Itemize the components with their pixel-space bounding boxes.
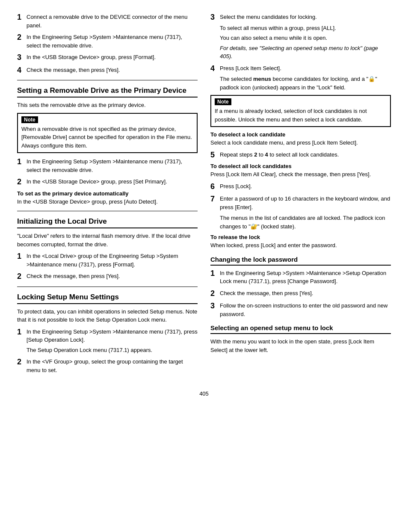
section4-step-text-2: Check the message, then press [Yes].	[220, 289, 391, 298]
step-num-4: 4	[17, 66, 27, 75]
rc-step-num-3: 3	[210, 13, 220, 22]
section2-step-1: 1 In the <Local Drive> group of the Engi…	[17, 252, 198, 269]
section4-step-text-3: Follow the on-screen instructions to ent…	[220, 301, 391, 318]
rc-note-label: Note	[215, 98, 231, 105]
rc-release: To release the lock When locked, press […	[210, 234, 391, 250]
initial-steps: 1 Connect a removable drive to the DEVIC…	[17, 13, 198, 75]
step-block-4: 4 Check the message, then press [Yes].	[17, 66, 198, 75]
section3-hr	[17, 287, 198, 287]
page-container: 1 Connect a removable drive to the DEVIC…	[17, 13, 391, 378]
step-text-2: In the Engineering Setup >System >Mainte…	[27, 33, 198, 50]
rc-step-text-6: Press [Lock].	[220, 182, 391, 191]
section3-step-text-2: In the <VF Group> group, select the grou…	[27, 358, 198, 374]
section2-hr	[17, 211, 198, 211]
step-block-2: 2 In the Engineering Setup >System >Main…	[17, 33, 198, 50]
rc-step-num-7: 7	[210, 195, 220, 204]
section3-step-text-1: In the Engineering Setup >System >Mainte…	[27, 328, 198, 343]
section4-step-num-2: 2	[210, 289, 220, 299]
rc-step-num-5: 5	[210, 151, 220, 160]
section1-desc: This sets the removable drive as the pri…	[17, 101, 198, 109]
rc-step-num-4: 4	[210, 64, 220, 74]
rc-step4-extra: The selected menus become candidates for…	[220, 75, 391, 92]
step-text-3: In the <USB Storage Device> group, press…	[27, 53, 198, 62]
section3-step-1-content: In the Engineering Setup >System >Mainte…	[27, 328, 198, 355]
section3-step-num-2: 2	[17, 358, 27, 367]
section1-step-2: 2 In the <USB Storage Device> group, pre…	[17, 177, 198, 187]
section5-desc: With the menu you want to lock in the op…	[210, 337, 391, 354]
section3-title: Locking Setup Menu Settings	[17, 293, 198, 304]
rc-step3-extra2: You can also select a menu while it is o…	[220, 34, 391, 42]
rc-step-6: 6 Press [Lock].	[210, 182, 391, 192]
page-number: 405	[17, 390, 391, 397]
section3-desc: To protect data, you can inhibit operati…	[17, 307, 198, 324]
step-num-1: 1	[17, 13, 27, 22]
section1-step-text-1: In the Engineering Setup >System >Mainte…	[27, 157, 198, 174]
rc-step-5: 5 Repeat steps 2 to 4 to select all lock…	[210, 151, 391, 160]
step-text-1: Connect a removable drive to the DEVICE …	[27, 13, 198, 30]
rc-step-7-content: Enter a password of up to 16 characters …	[220, 195, 391, 231]
section1-note-label: Note	[21, 116, 38, 123]
rc-step-text-7: Enter a password of up to 16 characters …	[220, 195, 391, 211]
section2-step-num-1: 1	[17, 252, 27, 261]
step-text-4: Check the message, then press [Yes].	[27, 66, 198, 74]
section2-desc: "Local Drive" refers to the internal fla…	[17, 232, 198, 248]
section2-step-text-1: In the <Local Drive> group of the Engine…	[27, 252, 198, 269]
section2-step-2: 2 Check the message, then press [Yes].	[17, 272, 198, 281]
section4-title: Changing the lock password	[210, 256, 391, 266]
section3-step-num-1: 1	[17, 328, 27, 337]
rc-release-label: To release the lock	[210, 234, 391, 240]
section4-step-1: 1 In the Engineering Setup >System >Main…	[210, 269, 391, 286]
rc-step3-extra1: To select all menus within a group, pres…	[220, 24, 391, 33]
step-num-2: 2	[17, 33, 27, 42]
rc-step3-italic-text: For details, see "Selecting an opened se…	[220, 45, 378, 60]
rc-step-5-content: Repeat steps 2 to 4 to select all lock c…	[220, 151, 391, 159]
section1-step-num-2: 2	[17, 177, 27, 187]
rc-deselect: To deselect a lock candidate Select a lo…	[210, 131, 391, 147]
rc-step-num-6: 6	[210, 182, 220, 192]
rc-step-text-3: Select the menu candidates for locking.	[220, 13, 391, 21]
section1-auto-text: In the <USB Storage Device> group, press…	[17, 198, 198, 206]
section1-hr	[17, 80, 198, 80]
rc-deselect-label: To deselect a lock candidate	[210, 131, 391, 138]
rc-step7-extra: The menus in the list of candidates are …	[220, 214, 391, 231]
right-column: 3 Select the menu candidates for locking…	[210, 13, 391, 378]
step-block-1: 1 Connect a removable drive to the DEVIC…	[17, 13, 198, 30]
section1-step-num-1: 1	[17, 157, 27, 167]
section1-auto-label: To set as the primary device automatical…	[17, 190, 198, 197]
rc-note: Note If a menu is already locked, select…	[210, 95, 391, 127]
section4-step-text-1: In the Engineering Setup >System >Mainte…	[220, 269, 391, 286]
section2-title: Initializing the Local Drive	[17, 217, 198, 228]
section1-note: Note When a removable drive is not speci…	[17, 113, 198, 154]
section1-step-1: 1 In the Engineering Setup >System >Main…	[17, 157, 198, 174]
section4-step-num-3: 3	[210, 301, 220, 311]
section3-continued: 3 Select the menu candidates for locking…	[210, 13, 391, 250]
section4-step-3: 3 Follow the on-screen instructions to e…	[210, 301, 391, 318]
rc-deselect-all: To deselect all lock candidates Press [L…	[210, 163, 391, 179]
section2-step-text-2: Check the message, then press [Yes].	[27, 272, 198, 281]
section3-step-1: 1 In the Engineering Setup >System >Main…	[17, 328, 198, 355]
section4-step-2: 2 Check the message, then press [Yes].	[210, 289, 391, 299]
section4-step-num-1: 1	[210, 269, 220, 278]
rc-step-4: 4 Press [Lock Item Select]. The selected…	[210, 64, 391, 92]
rc-step-text-4: Press [Lock Item Select].	[220, 64, 391, 73]
rc-note-text: If a menu is already locked, selection o…	[215, 107, 387, 124]
rc-step-3: 3 Select the menu candidates for locking…	[210, 13, 391, 61]
rc-step3-italic: For details, see "Selecting an opened se…	[220, 44, 391, 61]
step-num-3: 3	[17, 53, 27, 62]
section3-step-2: 2 In the <VF Group> group, select the gr…	[17, 358, 198, 374]
section3-step-1-extra: The Setup Operation Lock menu (7317.1) a…	[27, 346, 198, 355]
section1-title: Setting a Removable Drive as the Primary…	[17, 86, 198, 98]
rc-step-3-content: Select the menu candidates for locking. …	[220, 13, 391, 61]
rc-deselect-all-text: Press [Lock Item All Clear], check the m…	[210, 170, 391, 179]
left-column: 1 Connect a removable drive to the DEVIC…	[17, 13, 198, 378]
rc-deselect-all-label: To deselect all lock candidates	[210, 163, 391, 169]
section1-auto: To set as the primary device automatical…	[17, 190, 198, 206]
rc-step-7: 7 Enter a password of up to 16 character…	[210, 195, 391, 231]
section2-step-num-2: 2	[17, 272, 27, 281]
rc-release-text: When locked, press [Lock] and enter the …	[210, 241, 391, 250]
section1-step-text-2: In the <USB Storage Device> group, press…	[27, 177, 198, 186]
section1-note-text: When a removable drive is not specified …	[21, 125, 193, 150]
step-block-3: 3 In the <USB Storage Device> group, pre…	[17, 53, 198, 62]
section5: Selecting an opened setup menu to lock W…	[210, 324, 391, 354]
rc-deselect-text: Select a lock candidate menu, and press …	[210, 139, 391, 147]
